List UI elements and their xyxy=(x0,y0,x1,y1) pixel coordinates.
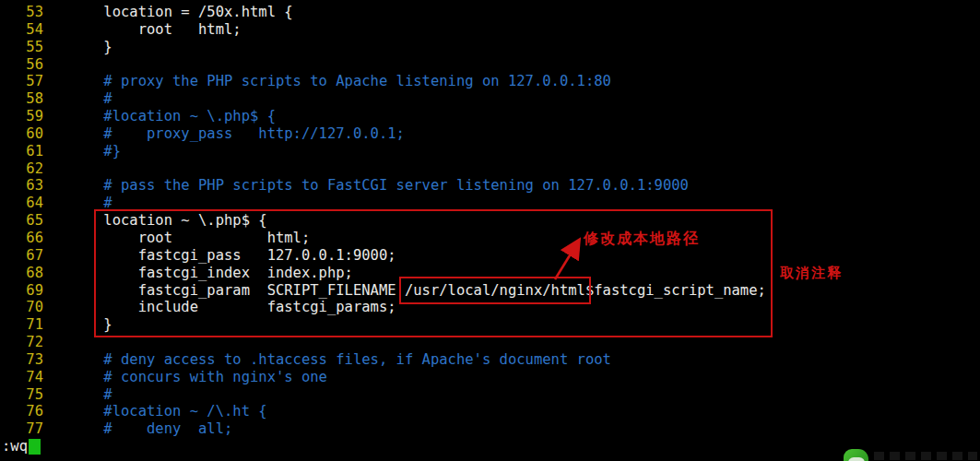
line-text: # xyxy=(43,195,112,212)
editor-line[interactable]: 63 # pass the PHP scripts to FastCGI ser… xyxy=(0,177,980,195)
terminal-vim-editor[interactable]: 53 location = /50x.html {54 root html;55… xyxy=(0,0,980,461)
line-number: 57 xyxy=(0,73,43,90)
line-text: # proxy the PHP scripts to Apache listen… xyxy=(43,73,611,90)
line-text: #location ~ \.php$ { xyxy=(43,108,276,125)
watermark-ghost-text xyxy=(874,452,977,460)
watermark-logo-fragment xyxy=(844,449,868,461)
line-text: #location ~ /\.ht { xyxy=(43,403,267,420)
line-number: 72 xyxy=(0,334,43,351)
editor-line[interactable]: 75 # xyxy=(0,386,980,404)
watermark-logo-inner xyxy=(848,457,865,461)
annotation-modify-path-label: 修改成本地路径 xyxy=(584,230,700,249)
editor-line[interactable]: 77 # deny all; xyxy=(0,420,980,438)
line-text: root html; xyxy=(43,230,310,247)
line-text: location = /50x.html { xyxy=(43,4,293,21)
line-number: 55 xyxy=(0,39,43,56)
terminal-cursor[interactable] xyxy=(29,439,41,455)
line-text: # xyxy=(43,90,112,108)
editor-line[interactable]: 69 fastcgi_param SCRIPT_FILENAME /usr/lo… xyxy=(0,282,980,300)
line-text: include fastcgi_params; xyxy=(43,299,396,316)
line-number: 63 xyxy=(0,177,43,195)
editor-line[interactable]: 72 xyxy=(0,334,980,351)
editor-line[interactable]: 66 root html; xyxy=(0,230,980,247)
editor-lines: 53 location = /50x.html {54 root html;55… xyxy=(0,4,980,438)
line-text: # deny all; xyxy=(43,420,232,438)
line-number: 70 xyxy=(0,299,43,316)
editor-line[interactable]: 55 } xyxy=(0,39,980,56)
editor-line[interactable]: 53 location = /50x.html { xyxy=(0,4,980,21)
annotation-uncomment-label: 取消注释 xyxy=(780,265,843,282)
line-number: 75 xyxy=(0,386,43,404)
line-number: 59 xyxy=(0,108,43,125)
line-text: } xyxy=(43,39,112,56)
line-text: fastcgi_pass 127.0.0.1:9000; xyxy=(43,247,396,265)
line-text: location ~ \.php$ { xyxy=(43,212,267,230)
line-number: 74 xyxy=(0,369,43,386)
editor-line[interactable]: 65 location ~ \.php$ { xyxy=(0,212,980,230)
line-number: 53 xyxy=(0,4,43,21)
line-text: #} xyxy=(43,143,121,160)
line-number: 73 xyxy=(0,351,43,369)
line-number: 76 xyxy=(0,403,43,420)
line-number: 68 xyxy=(0,265,43,282)
line-text: # xyxy=(43,386,112,404)
line-text: } xyxy=(43,316,112,334)
line-number: 77 xyxy=(0,420,43,438)
editor-line[interactable]: 67 fastcgi_pass 127.0.0.1:9000; xyxy=(0,247,980,265)
line-text: fastcgi_param SCRIPT_FILENAME /usr/local… xyxy=(43,282,766,300)
editor-line[interactable]: 60 # proxy_pass http://127.0.0.1; xyxy=(0,125,980,143)
line-number: 64 xyxy=(0,195,43,212)
vim-command-row[interactable]: :wq xyxy=(0,438,980,455)
editor-line[interactable]: 64 # xyxy=(0,195,980,212)
editor-line[interactable]: 56 xyxy=(0,56,980,74)
editor-line[interactable]: 74 # concurs with nginx's one xyxy=(0,369,980,386)
editor-line[interactable]: 71 } xyxy=(0,316,980,334)
editor-line[interactable]: 54 root html; xyxy=(0,21,980,39)
editor-line[interactable]: 76 #location ~ /\.ht { xyxy=(0,403,980,420)
line-number: 69 xyxy=(0,282,43,300)
line-text: # concurs with nginx's one xyxy=(43,369,327,386)
line-text: # pass the PHP scripts to FastCGI server… xyxy=(43,177,689,195)
line-text: fastcgi_index index.php; xyxy=(43,265,353,282)
vim-command-text: :wq xyxy=(2,438,28,455)
line-number: 60 xyxy=(0,125,43,143)
editor-line[interactable]: 58 # xyxy=(0,90,980,108)
line-number: 61 xyxy=(0,143,43,160)
line-number: 62 xyxy=(0,160,43,178)
editor-line[interactable]: 59 #location ~ \.php$ { xyxy=(0,108,980,125)
editor-line[interactable]: 70 include fastcgi_params; xyxy=(0,299,980,316)
line-number: 54 xyxy=(0,21,43,39)
editor-line[interactable]: 57 # proxy the PHP scripts to Apache lis… xyxy=(0,73,980,90)
line-text: # deny access to .htaccess files, if Apa… xyxy=(43,351,611,369)
line-text: root html; xyxy=(43,21,242,39)
editor-line[interactable]: 73 # deny access to .htaccess files, if … xyxy=(0,351,980,369)
line-number: 65 xyxy=(0,212,43,230)
editor-line[interactable]: 62 xyxy=(0,160,980,178)
line-number: 58 xyxy=(0,90,43,108)
line-number: 67 xyxy=(0,247,43,265)
line-number: 56 xyxy=(0,56,43,74)
line-number: 66 xyxy=(0,230,43,247)
line-number: 71 xyxy=(0,316,43,334)
line-text: # proxy_pass http://127.0.0.1; xyxy=(43,125,405,143)
editor-line[interactable]: 61 #} xyxy=(0,143,980,160)
